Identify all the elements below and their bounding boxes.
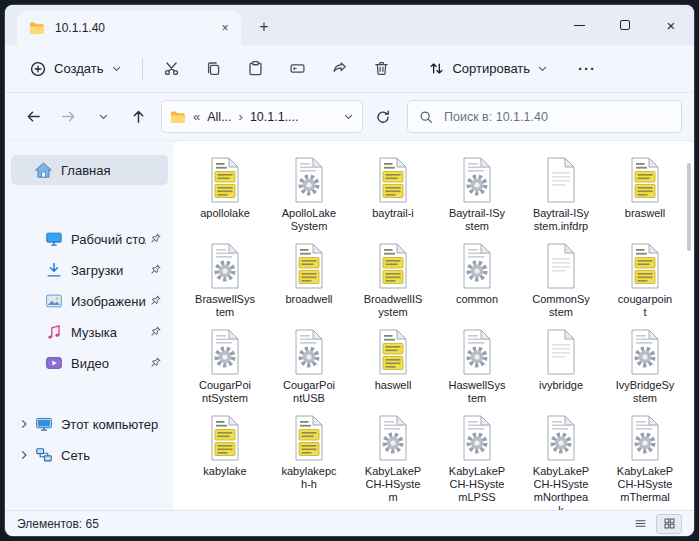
sidebar-section-gap: [11, 186, 168, 224]
file-ApolloLakeSystem[interactable]: ApolloLakeSystem: [267, 157, 351, 243]
document-file-icon: [543, 329, 579, 375]
file-name-label: apollolake: [184, 207, 266, 220]
new-tab-button[interactable]: +: [249, 12, 279, 42]
pictures-icon: [43, 291, 64, 311]
file-braswell[interactable]: braswell: [603, 157, 687, 243]
forward-icon: [60, 108, 77, 125]
delete-button[interactable]: [362, 52, 400, 86]
maximize-button[interactable]: [602, 5, 648, 45]
minimize-button[interactable]: [556, 5, 602, 45]
file-KabyLakePCH-HSystemThermal[interactable]: KabyLakePCH-HSystemThermal: [603, 415, 687, 501]
file-HaswellSystem[interactable]: HaswellSystem: [435, 329, 519, 415]
file-IvyBridgeSystem[interactable]: IvyBridgeSystem: [603, 329, 687, 415]
pin-icon: [146, 263, 162, 277]
file-KabyLakePCH-HSystemLPSS[interactable]: KabyLakePCH-HSystemLPSS: [435, 415, 519, 501]
toolbar-divider: [142, 58, 143, 80]
search-input[interactable]: [442, 109, 670, 125]
file-name-label: CougarPointUSB: [268, 379, 350, 405]
downloads-icon: [43, 260, 64, 280]
file-Baytrail-ISystem.infdrp[interactable]: Baytrail-ISystem.infdrp: [519, 157, 603, 243]
share-icon: [331, 60, 348, 77]
copy-icon: [205, 60, 222, 77]
chevron-down-icon[interactable]: [343, 111, 354, 122]
file-kabylake[interactable]: kabylake: [183, 415, 267, 501]
tab-close-icon[interactable]: ×: [215, 18, 235, 38]
chevron-down-icon: [98, 111, 109, 122]
icons-view-icon: [663, 517, 676, 530]
chevron-right-icon[interactable]: [15, 449, 33, 461]
search-box[interactable]: [407, 100, 682, 133]
setup-information-file-icon: [375, 157, 411, 203]
file-Baytrail-ISystem[interactable]: Baytrail-ISystem: [435, 157, 519, 243]
breadcrumb-overflow[interactable]: «: [193, 109, 200, 124]
more-options-button[interactable]: ···: [570, 52, 604, 86]
icons-view-button[interactable]: [656, 514, 682, 534]
breadcrumb-segment[interactable]: All...: [207, 110, 231, 124]
back-icon: [25, 108, 42, 125]
file-kabylakepch-h[interactable]: kabylakepch-h: [267, 415, 351, 501]
sidebar-item-label: Видео: [71, 356, 146, 371]
explorer-window: 10.1.1.40 × + × Создать Сортировать ···: [5, 5, 694, 536]
file-BraswellSystem[interactable]: BraswellSystem: [183, 243, 267, 329]
sidebar-item-network[interactable]: Сеть: [11, 440, 168, 470]
file-common[interactable]: common: [435, 243, 519, 329]
sidebar-item-videos[interactable]: Видео: [11, 348, 168, 378]
system-file-icon: [291, 329, 327, 375]
file-apollolake[interactable]: apollolake: [183, 157, 267, 243]
chevron-right-icon[interactable]: [15, 418, 33, 430]
pin-icon: [146, 325, 162, 339]
sidebar-item-desktop[interactable]: Рабочий стол: [11, 224, 168, 254]
file-name-label: CougarPointSystem: [184, 379, 266, 405]
file-name-label: kabylakepch-h: [268, 465, 350, 491]
share-button[interactable]: [320, 52, 358, 86]
file-KabyLakePCH-HSystem[interactable]: KabyLakePCH-HSystem: [351, 415, 435, 501]
file-CougarPointUSB[interactable]: CougarPointUSB: [267, 329, 351, 415]
home-icon: [33, 160, 54, 180]
create-new-button[interactable]: Создать: [19, 52, 133, 86]
system-file-icon: [291, 157, 327, 203]
file-baytrail-i[interactable]: baytrail-i: [351, 157, 435, 243]
back-button[interactable]: [17, 100, 50, 133]
copy-button[interactable]: [194, 52, 232, 86]
sidebar-item-home[interactable]: Главная: [11, 155, 168, 185]
file-cougarpoint[interactable]: cougarpoint: [603, 243, 687, 329]
rename-button[interactable]: [278, 52, 316, 86]
tab-current-folder[interactable]: 10.1.1.40 ×: [17, 11, 241, 45]
file-CougarPointSystem[interactable]: CougarPointSystem: [183, 329, 267, 415]
cut-icon: [163, 60, 180, 77]
paste-button[interactable]: [236, 52, 274, 86]
pin-icon: [146, 294, 162, 308]
vertical-scrollbar[interactable]: [687, 163, 691, 251]
refresh-button[interactable]: [367, 101, 399, 133]
breadcrumb[interactable]: « All... › 10.1.1....: [161, 100, 363, 133]
close-button[interactable]: ×: [648, 5, 694, 45]
sidebar-item-downloads[interactable]: Загрузки: [11, 255, 168, 285]
sidebar-item-pictures[interactable]: Изображения: [11, 286, 168, 316]
system-file-icon: [459, 243, 495, 289]
file-haswell[interactable]: haswell: [351, 329, 435, 415]
sidebar-item-music[interactable]: Музыка: [11, 317, 168, 347]
file-CommonSystem[interactable]: CommonSystem: [519, 243, 603, 329]
up-button[interactable]: [122, 100, 155, 133]
file-grid: apollolake ApolloLakeSystem baytrail-i B…: [183, 157, 687, 501]
command-bar: Создать Сортировать ···: [5, 45, 694, 93]
setup-information-file-icon: [291, 415, 327, 461]
forward-button[interactable]: [52, 100, 85, 133]
system-file-icon: [627, 415, 663, 461]
details-view-button[interactable]: [627, 514, 653, 534]
system-file-icon: [207, 243, 243, 289]
system-file-icon: [375, 415, 411, 461]
recent-locations-button[interactable]: [87, 100, 120, 133]
breadcrumb-segment[interactable]: 10.1.1....: [250, 110, 299, 124]
desktop-icon: [43, 229, 64, 249]
file-broadwell[interactable]: broadwell: [267, 243, 351, 329]
maximize-icon: [620, 20, 630, 30]
file-KabyLakePCH-HSystemNorthpeak[interactable]: KabyLakePCH-HSystemNorthpeak: [519, 415, 603, 501]
file-ivybridge[interactable]: ivybridge: [519, 329, 603, 415]
cut-button[interactable]: [152, 52, 190, 86]
file-BroadwellISystem[interactable]: BroadwellISystem: [351, 243, 435, 329]
sort-button[interactable]: Сортировать: [418, 52, 558, 86]
sidebar-item-computer[interactable]: Этот компьютер: [11, 409, 168, 439]
file-name-label: ivybridge: [520, 379, 602, 392]
file-name-label: braswell: [604, 207, 686, 220]
